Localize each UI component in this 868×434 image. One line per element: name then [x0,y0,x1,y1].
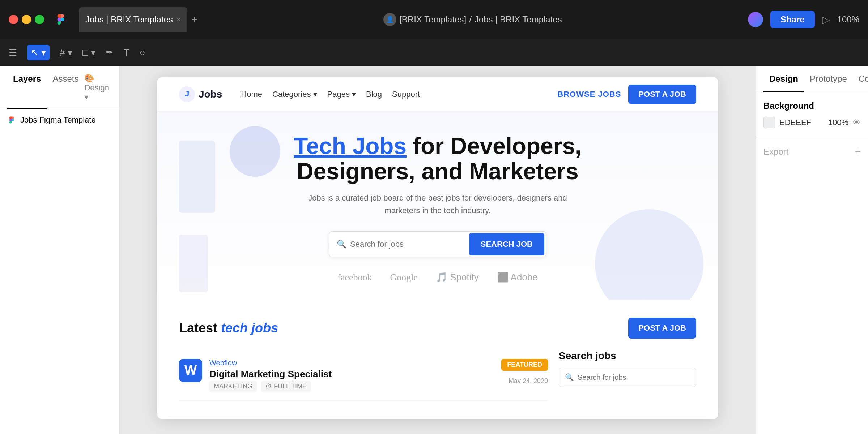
job-date: May 24, 2020 [509,377,548,385]
zoom-level[interactable]: 100% [837,14,859,25]
color-swatch[interactable] [763,117,775,128]
hero-content: Tech Jobs for Developers, Designers, and… [293,133,582,283]
sidebar-search-input[interactable] [578,373,690,382]
code-tab[interactable]: Code [853,66,868,92]
facebook-logo: facebook [337,272,372,283]
traffic-lights [9,15,44,24]
sidebar-search-title: Search jobs [559,350,696,362]
hero-title: Tech Jobs for Developers, Designers, and… [293,133,582,184]
nav-support[interactable]: Support [392,90,420,99]
export-section: Export + [756,137,868,166]
frame-tool[interactable]: # ▾ [60,47,72,58]
job-company-name: Webflow [209,359,494,367]
job-tag-marketing: MARKETING [209,381,257,392]
secondary-toolbar: ☰ ↖ ▾ # ▾ □ ▾ ✒ T ○ [0,39,868,66]
nav-links: Home Categories ▾ Pages ▾ Blog Support [241,90,420,99]
nav-home[interactable]: Home [241,90,262,99]
logo-text: Jobs [199,89,222,100]
active-tab[interactable]: Jobs | BRIX Templates × [79,7,187,32]
nav-pages[interactable]: Pages ▾ [327,90,356,99]
layer-name: Jobs Figma Template [20,115,96,125]
design-tab[interactable]: Design [763,66,804,92]
titlebar: Jobs | BRIX Templates × + 👤 [BRIX Templa… [0,0,868,39]
hero-decoration-circle1 [230,126,280,177]
right-panel-tabs: Design Prototype Code [756,66,868,92]
job-card-right: FEATURED May 24, 2020 [501,359,548,385]
tab-bar: Jobs | BRIX Templates × + [79,7,197,32]
layer-item[interactable]: Jobs Figma Template [0,109,119,130]
nav-categories[interactable]: Categories ▾ [272,90,317,99]
sidebar-search-bar: 🔍 [559,368,696,387]
nav-blog[interactable]: Blog [366,90,382,99]
nav-right: BROWSE JOBS POST A JOB [557,85,696,104]
spotify-logo: 🎵 Spotify [436,272,479,283]
close-window-button[interactable] [9,15,18,24]
jobs-header: Latest tech jobs POST A JOB [179,318,696,339]
svg-text:J: J [185,89,189,98]
play-icon[interactable]: ▷ [822,14,830,26]
browse-jobs-button[interactable]: BROWSE JOBS [557,90,621,99]
visibility-toggle-icon[interactable]: 👁 [853,118,861,127]
jobs-section: Latest tech jobs POST A JOB W Webflow Di… [157,300,718,419]
breadcrumb-separator: / [469,14,472,25]
minimize-window-button[interactable] [22,15,31,24]
canvas: J Jobs Home Categories ▾ Pages ▾ Blog Su… [119,66,756,434]
jobs-title-normal: Latest [179,321,221,335]
search-icon: 🔍 [337,240,346,249]
panel-tabs: Layers Assets 🎨 Design ▾ [0,66,119,109]
maximize-window-button[interactable] [35,15,44,24]
job-card: W Webflow Digital Marketing Specialist M… [179,350,548,401]
mockup-logo: J Jobs [179,86,222,102]
user-avatar[interactable] [748,12,763,27]
mockup-frame: J Jobs Home Categories ▾ Pages ▾ Blog Su… [157,77,718,419]
hero-search-button[interactable]: SEARCH JOB [469,233,544,255]
hero-search-input[interactable] [350,240,469,249]
design-badge[interactable]: 🎨 Design ▾ [84,66,112,109]
jobs-list: W Webflow Digital Marketing Specialist M… [179,350,548,401]
background-section: Background EDEEEF 100% 👁 [756,92,868,137]
figma-small-icon [7,116,16,124]
left-panel: Layers Assets 🎨 Design ▾ Jobs Figma Temp… [0,66,119,434]
search-sidebar: Search jobs 🔍 [559,350,696,401]
toolbar-right: Share ▷ 100% [748,11,859,28]
text-tool[interactable]: T [124,47,129,58]
breadcrumb-path: Jobs | BRIX Templates [475,14,562,25]
shape-tool[interactable]: □ ▾ [82,47,95,58]
job-company-logo: W [179,359,202,382]
breadcrumb-user: [BRIX Templates] [399,14,466,25]
comment-tool[interactable]: ○ [140,47,145,58]
pen-tool[interactable]: ✒ [106,47,114,58]
figma-icon [54,13,67,26]
jobs-title-blue: tech jobs [221,321,278,335]
hero-decoration-circle2 [595,209,703,300]
hero-subtitle: Jobs is a curated job board of the best … [293,192,582,217]
post-job-button-2[interactable]: POST A JOB [628,318,696,339]
prototype-tab[interactable]: Prototype [804,66,853,92]
job-info: Webflow Digital Marketing Specialist MAR… [209,359,494,392]
jobs-layout: W Webflow Digital Marketing Specialist M… [179,350,696,401]
hero-decoration-rect2 [179,235,208,292]
adobe-logo: ⬛ Adobe [497,272,538,283]
right-panel: Design Prototype Code Background EDEEEF … [756,66,868,434]
post-job-button[interactable]: POST A JOB [628,85,696,104]
job-tag-fulltime: ⏱ FULL TIME [261,381,311,392]
user-avatar-icon: 👤 [383,13,396,26]
featured-badge: FEATURED [501,359,548,371]
tab-title: Jobs | BRIX Templates [85,14,173,25]
opacity-value[interactable]: 100% [828,118,848,127]
job-title[interactable]: Digital Marketing Specialist [209,369,494,380]
hero-search-bar: 🔍 SEARCH JOB [329,231,546,257]
layers-tab[interactable]: Layers [7,66,47,109]
tab-close-button[interactable]: × [176,16,181,24]
color-hex-value[interactable]: EDEEEF [779,118,824,127]
sidebar-search-icon: 🔍 [565,373,574,382]
assets-tab[interactable]: Assets [47,66,84,109]
menu-icon[interactable]: ☰ [9,47,17,58]
select-tool[interactable]: ↖ ▾ [27,45,50,60]
export-label: Export [763,147,788,157]
new-tab-button[interactable]: + [192,14,197,25]
breadcrumb: 👤 [BRIX Templates] / Jobs | BRIX Templat… [203,13,742,26]
mockup-hero: Tech Jobs for Developers, Designers, and… [157,112,718,300]
export-add-button[interactable]: + [855,146,861,158]
share-button[interactable]: Share [770,11,815,28]
